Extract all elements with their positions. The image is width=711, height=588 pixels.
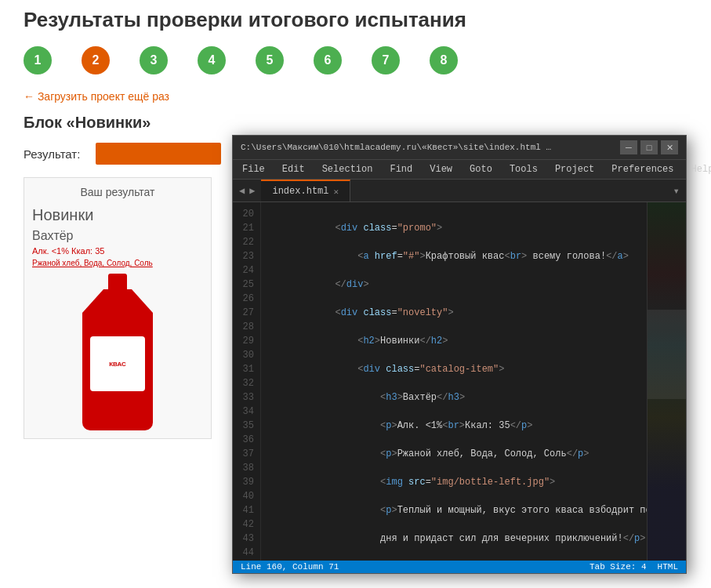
menu-tools[interactable]: Tools	[506, 162, 541, 176]
sublime-window[interactable]: C:\Users\Максим\010\htmlacademy.ru\«Квес…	[232, 135, 687, 574]
step-8[interactable]: 8	[430, 46, 458, 74]
step-6[interactable]: 6	[314, 46, 342, 74]
status-language: HTML	[658, 562, 678, 572]
status-position: Line 160, Column 71	[241, 562, 339, 572]
step-2[interactable]: 2	[82, 46, 110, 74]
back-link[interactable]: ← Загрузить проект ещё раз	[24, 90, 169, 103]
tab-arrows: ◀ ▶	[233, 183, 261, 198]
tab-bar: ◀ ▶ index.html ✕ ▾	[233, 180, 686, 202]
close-button[interactable]: ✕	[661, 140, 678, 154]
bottle-body: КВАС	[82, 313, 153, 430]
menu-find[interactable]: Find	[386, 162, 415, 176]
menu-help[interactable]: Help	[688, 162, 711, 176]
tab-name: index.html	[272, 186, 328, 197]
novelty-heading: Новинки	[32, 206, 203, 224]
code-content[interactable]: <div class="promo"> <a href="#">Крафтовы…	[261, 202, 647, 561]
product-name: Вахтёр	[32, 229, 203, 243]
status-tab-size: Tab Size: 4	[589, 562, 647, 572]
step-5[interactable]: 5	[256, 46, 284, 74]
status-bar: Line 160, Column 71 Tab Size: 4 HTML	[233, 561, 686, 573]
step-4[interactable]: 4	[198, 46, 226, 74]
menu-file[interactable]: File	[239, 162, 268, 176]
tab-index-html[interactable]: index.html ✕	[261, 180, 350, 201]
tab-next-arrow[interactable]: ▶	[248, 183, 256, 198]
maximize-button[interactable]: □	[640, 140, 658, 154]
menu-view[interactable]: View	[426, 162, 455, 176]
your-result-box: Ваш результат Новинки Вахтёр Алк. <1% Кк…	[24, 177, 212, 439]
code-area[interactable]: 20 21 22 23 24 25 26 27 28 29 30 31 32 3…	[233, 202, 686, 561]
steps-row: 1 2 3 4 5 6 7 8	[24, 46, 687, 74]
bottle-label: КВАС	[90, 336, 145, 391]
result-label: Результат:	[24, 147, 80, 161]
product-ingredients: Ржаной хлеб, Вода, Солод, Соль	[32, 259, 203, 267]
status-right: Tab Size: 4 HTML	[589, 562, 678, 572]
step-7[interactable]: 7	[372, 46, 400, 74]
minimap[interactable]	[647, 202, 686, 561]
minimize-button[interactable]: ─	[620, 140, 637, 154]
step-3[interactable]: 3	[140, 46, 168, 74]
bottle-top	[108, 274, 127, 289]
title-bar-left: C:\Users\Максим\010\htmlacademy.ru\«Квес…	[241, 143, 554, 152]
tab-close-icon[interactable]: ✕	[333, 187, 339, 197]
bottle-shoulder	[82, 289, 153, 313]
menu-project[interactable]: Project	[552, 162, 597, 176]
line-numbers: 20 21 22 23 24 25 26 27 28 29 30 31 32 3…	[233, 202, 261, 561]
menu-selection[interactable]: Selection	[319, 162, 376, 176]
step-1[interactable]: 1	[24, 46, 52, 74]
window-title: C:\Users\Максим\010\htmlacademy.ru\«Квес…	[241, 143, 554, 152]
block-title: Блок «Новинки»	[24, 114, 687, 132]
page-title: Результаты проверки итогового испытания	[24, 8, 687, 32]
bottle-illustration: КВАС	[82, 274, 153, 430]
result-bar	[96, 143, 221, 165]
menu-preferences[interactable]: Preferences	[608, 162, 677, 176]
bottle-container: КВАС	[32, 274, 203, 430]
label-text: КВАС	[109, 361, 126, 368]
minimap-viewport	[648, 310, 686, 399]
menu-edit[interactable]: Edit	[279, 162, 308, 176]
title-bar: C:\Users\Максим\010\htmlacademy.ru\«Квес…	[233, 136, 686, 160]
product-meta: Алк. <1% Ккал: 35	[32, 246, 203, 256]
your-result-title: Ваш результат	[32, 186, 203, 198]
menu-bar: File Edit Selection Find View Goto Tools…	[233, 160, 686, 180]
window-controls: ─ □ ✕	[620, 140, 678, 154]
menu-goto[interactable]: Goto	[466, 162, 495, 176]
status-left: Line 160, Column 71	[241, 562, 339, 572]
tab-prev-arrow[interactable]: ◀	[238, 183, 246, 198]
tab-menu-button[interactable]: ▾	[667, 181, 686, 201]
